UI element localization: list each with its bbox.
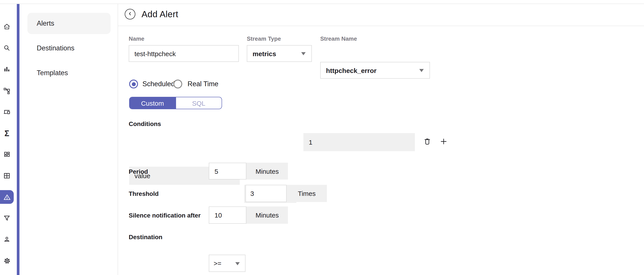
alerts-submenu: Alerts Destinations Templates: [20, 4, 118, 275]
stream-name-label: Stream Name: [320, 35, 357, 42]
period-value-input[interactable]: [209, 163, 246, 180]
threshold-label: Threshold: [129, 190, 158, 197]
name-input[interactable]: [129, 45, 239, 62]
sidebar-item-label: Destinations: [37, 44, 74, 52]
realtime-radio[interactable]: [174, 80, 182, 88]
sidebar-item-label: Templates: [37, 69, 68, 77]
scheduled-radio-label: Scheduled: [142, 80, 175, 88]
top-border: [0, 0, 644, 4]
stream-type-value: metrics: [252, 50, 276, 57]
alert-triangle-icon: [3, 193, 11, 201]
delete-condition-button[interactable]: [422, 136, 433, 148]
accent-bar: [17, 4, 20, 275]
dashboard-icon: [3, 151, 10, 158]
rail-item-search[interactable]: [0, 41, 14, 55]
gear-icon: [3, 257, 11, 264]
devices-icon: [3, 108, 10, 116]
rail-item-settings[interactable]: [0, 254, 14, 268]
chevron-left-icon: [126, 10, 134, 18]
realtime-radio-label: Real Time: [188, 80, 218, 88]
query-mode-toggle: Custom SQL: [129, 97, 222, 109]
back-button[interactable]: [125, 9, 135, 20]
dots-icon: [3, 272, 10, 275]
rail-item-alerts[interactable]: [0, 190, 14, 204]
chevron-down-icon: [235, 262, 240, 265]
sidebar-item-destinations[interactable]: Destinations: [28, 38, 110, 59]
stream-type-label: Stream Type: [247, 35, 281, 42]
threshold-unit: Times: [286, 185, 327, 202]
rail-item-more[interactable]: [0, 272, 14, 275]
search-icon: [3, 44, 10, 52]
sidebar-item-alerts[interactable]: Alerts: [28, 13, 110, 34]
stream-type-select[interactable]: metrics: [247, 45, 312, 62]
silence-label: Silence notification after: [129, 212, 200, 219]
rail-item-pipelines[interactable]: [0, 211, 14, 225]
table-grid-icon: [3, 172, 10, 180]
chevron-down-icon: [301, 52, 306, 55]
silence-value-input[interactable]: [209, 206, 246, 224]
destination-label: Destination: [129, 234, 162, 240]
rail-item-rum[interactable]: [0, 105, 14, 119]
sidebar-item-templates[interactable]: Templates: [28, 62, 110, 84]
funnel-icon: [3, 214, 10, 222]
rail-item-metrics[interactable]: [0, 62, 14, 76]
rail-item-traces[interactable]: [0, 84, 14, 98]
plus-icon: [439, 137, 448, 147]
scheduled-radio[interactable]: [129, 80, 138, 88]
silence-unit: Minutes: [246, 206, 288, 224]
person-icon: [3, 236, 10, 243]
rail-item-dashboards[interactable]: [0, 148, 14, 161]
rail-item-users[interactable]: [0, 232, 14, 246]
main-header: [118, 4, 644, 26]
custom-tab[interactable]: Custom: [130, 97, 176, 109]
flow-icon: [3, 87, 10, 94]
home-icon: [3, 23, 10, 30]
stream-name-value: httpcheck_error: [326, 66, 376, 74]
period-unit: Minutes: [246, 163, 288, 180]
trash-icon: [423, 137, 432, 147]
page-title: Add Alert: [142, 9, 178, 20]
condition-value-input[interactable]: [304, 133, 415, 151]
name-label: Name: [129, 35, 144, 42]
sidebar-item-label: Alerts: [37, 20, 54, 28]
period-label: Period: [129, 168, 148, 175]
app-window: Σ: [0, 0, 644, 275]
threshold-operator-select[interactable]: >=: [209, 255, 246, 272]
conditions-label: Conditions: [129, 120, 161, 127]
radio-dot: [132, 82, 136, 86]
stream-name-select[interactable]: httpcheck_error: [320, 62, 430, 79]
bar-chart-icon: [3, 66, 10, 73]
rail-item-functions[interactable]: Σ: [0, 126, 14, 140]
icon-rail: Σ: [0, 4, 17, 275]
rail-item-streams[interactable]: [0, 169, 14, 182]
rail-item-home[interactable]: [0, 20, 14, 34]
sigma-icon: Σ: [4, 129, 9, 137]
sql-tab[interactable]: SQL: [176, 97, 222, 109]
add-condition-button[interactable]: [438, 136, 450, 148]
threshold-value-input[interactable]: [246, 185, 286, 202]
chevron-down-icon: [419, 69, 424, 72]
threshold-operator-value: >=: [214, 260, 222, 267]
